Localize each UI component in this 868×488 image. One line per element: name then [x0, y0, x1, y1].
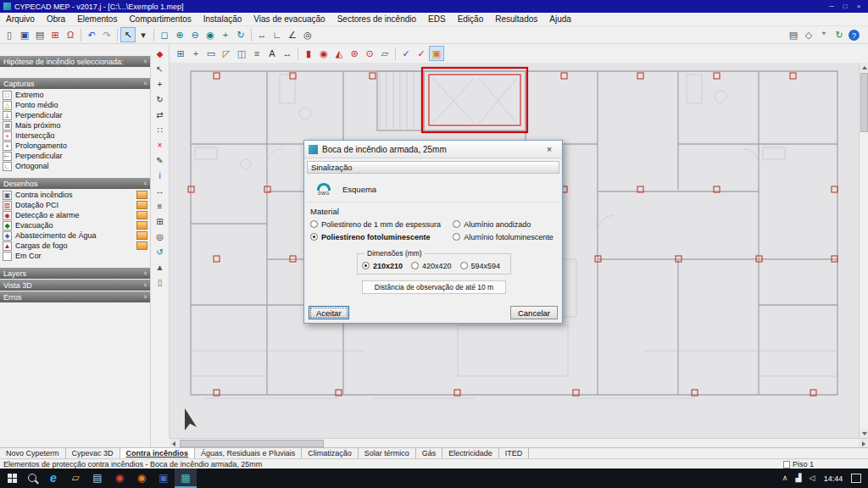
- chrome-icon[interactable]: ◉: [108, 469, 131, 488]
- print-drawing-icon[interactable]: ▤: [786, 27, 801, 42]
- aceitar-button[interactable]: Aceitar: [309, 306, 349, 319]
- drawing-options-icon[interactable]: [136, 201, 147, 209]
- material-option-poliestireno-1mm[interactable]: Poliestireno de 1 mm de espessura: [310, 218, 453, 230]
- help-icon[interactable]: ?: [849, 30, 860, 41]
- pan-icon[interactable]: +: [218, 27, 233, 42]
- capture-extremo[interactable]: □Extremo: [0, 90, 150, 100]
- tab-ited[interactable]: ITED: [499, 448, 530, 458]
- delete-icon[interactable]: ×: [153, 138, 167, 152]
- detector-tool-icon[interactable]: ◉: [316, 46, 331, 61]
- measure-icon[interactable]: ↔: [254, 27, 270, 42]
- menu-elementos[interactable]: Elementos: [71, 14, 123, 25]
- horizontal-scroll-thumb[interactable]: [180, 440, 324, 447]
- configuration-icon[interactable]: *: [816, 27, 832, 42]
- alarm-tool-icon[interactable]: ◭: [331, 46, 347, 61]
- redraw-icon[interactable]: ↻: [233, 27, 248, 42]
- hydrant-tool-icon[interactable]: ⊙: [362, 46, 377, 61]
- hipotese-header[interactable]: Hipótese de incêndio seleccionada: »: [0, 56, 150, 67]
- volume-icon[interactable]: ◁: [805, 469, 819, 488]
- drawing-options-icon[interactable]: [136, 211, 147, 219]
- undo-icon[interactable]: ↶: [84, 27, 99, 42]
- window-titlebar[interactable]: CYPECAD MEP - v2017.j - [C:\...\Exemplo …: [0, 0, 868, 13]
- angle-icon[interactable]: ∠: [285, 27, 300, 42]
- drawing-dotacao-pci[interactable]: ▥Dotação PCI: [0, 200, 150, 210]
- north-arrow-tool-icon[interactable]: ▲: [153, 260, 167, 274]
- tab-aguas-residuais-pluviais[interactable]: Águas, Residuais e Pluviais: [195, 448, 302, 458]
- select-arrow-icon[interactable]: ↖: [120, 27, 136, 42]
- stairs-tool-icon[interactable]: ≡: [249, 46, 264, 61]
- firefox-icon[interactable]: ◉: [131, 469, 153, 488]
- menu-edicao[interactable]: Edição: [452, 14, 490, 25]
- capture-ponto-medio[interactable]: △Ponto médio: [0, 100, 150, 110]
- measure-distance-icon[interactable]: ↔: [153, 184, 167, 197]
- network-icon[interactable]: ▟: [792, 469, 805, 488]
- close-icon[interactable]: ×: [853, 1, 865, 13]
- capture-mais-proximo[interactable]: ⊠Mais próximo: [0, 120, 150, 130]
- esquema-row[interactable]: DWG Esquema: [307, 177, 559, 202]
- capture-perpendicular[interactable]: ⊥Perpendicular: [0, 110, 150, 120]
- extinguisher-tool-icon[interactable]: ▮: [301, 46, 316, 61]
- drawing-abastecimento-agua[interactable]: ◈Abastecimento de Água: [0, 230, 150, 241]
- drawing-evacuacao[interactable]: ◆Evacuação: [0, 220, 150, 230]
- sprinkler-tool-icon[interactable]: ⊛: [347, 46, 362, 61]
- menu-obra[interactable]: Obra: [41, 14, 71, 25]
- layers-icon[interactable]: ≡: [153, 199, 167, 213]
- dwg-icon[interactable]: DWG: [314, 183, 334, 196]
- minimize-icon[interactable]: ─: [826, 1, 837, 13]
- menu-arquivo[interactable]: Arquivo: [0, 14, 41, 25]
- cypecad-mep-icon[interactable]: ▦: [175, 469, 197, 488]
- rotate-icon[interactable]: ↻: [153, 92, 167, 106]
- save-icon[interactable]: ▣: [17, 27, 32, 42]
- drawing-cargas-fogo[interactable]: ▲Cargas de fogo: [0, 241, 150, 251]
- dimension-option-594x594[interactable]: 594x594: [460, 259, 501, 272]
- tab-cypevac-3d[interactable]: Cypevac 3D: [66, 448, 120, 458]
- vista-3d-header[interactable]: Vista 3D »: [0, 280, 150, 291]
- grid-snap-icon[interactable]: ⊞: [153, 214, 167, 228]
- capture-ortogonal[interactable]: ∟Ortogonal: [0, 161, 150, 171]
- signage-tool-icon[interactable]: ▱: [377, 46, 392, 61]
- file-explorer-icon[interactable]: ▱: [64, 469, 86, 488]
- material-option-poliestireno-fotoluminescente[interactable]: Poliestireno fotoluminescente: [310, 230, 453, 243]
- capturas-header[interactable]: Capturas »: [0, 78, 150, 89]
- copy-icon[interactable]: ∷: [153, 123, 167, 136]
- menu-vias-evacuacao[interactable]: Vias de evacuação: [248, 14, 331, 25]
- menu-ajuda[interactable]: Ajuda: [543, 14, 577, 25]
- maximize-icon[interactable]: □: [839, 1, 851, 13]
- layers-header[interactable]: Layers »: [0, 268, 150, 279]
- previous-view-icon[interactable]: ↺: [153, 245, 167, 258]
- ortho-icon[interactable]: ∟: [270, 27, 285, 42]
- zoom-out-icon[interactable]: ⊖: [187, 27, 203, 42]
- check-design-icon[interactable]: ✓: [398, 46, 414, 61]
- drawing-options-icon[interactable]: [136, 221, 147, 230]
- menu-sectores-incendio[interactable]: Sectores de incêndio: [331, 14, 422, 25]
- dimension-tool-icon[interactable]: ↔: [280, 46, 295, 61]
- capture-perpendicular-2[interactable]: ⊢Perpendicular: [0, 151, 150, 161]
- capture-prolongamento[interactable]: +Prolongamento: [0, 141, 150, 151]
- move-icon[interactable]: +: [153, 77, 167, 91]
- drawing-em-cor[interactable]: Em Cor: [0, 251, 150, 261]
- erros-header[interactable]: Erros »: [0, 291, 150, 302]
- menu-eds[interactable]: EDS: [422, 14, 452, 25]
- redo-icon[interactable]: ↷: [99, 27, 114, 42]
- column-grid-icon[interactable]: ⊞: [173, 46, 188, 61]
- scroll-up-icon[interactable]: [860, 63, 868, 72]
- print-icon[interactable]: ▤: [32, 27, 47, 42]
- start-button[interactable]: [0, 469, 24, 488]
- clock[interactable]: 14:44: [819, 474, 848, 483]
- action-center-icon[interactable]: [851, 474, 861, 483]
- element-dropdown-icon[interactable]: ▾: [136, 27, 151, 42]
- mirror-icon[interactable]: ⇄: [153, 108, 167, 121]
- window-tool-icon[interactable]: ◫: [234, 46, 249, 61]
- tab-novo-cypeterm[interactable]: Novo Cypeterm: [0, 448, 66, 458]
- capture-interseccao[interactable]: ×Intersecção: [0, 130, 150, 141]
- scroll-down-icon[interactable]: [860, 429, 868, 438]
- drawing-contra-incendios[interactable]: ▣Contra incêndios: [0, 190, 150, 200]
- vertical-scroll-thumb[interactable]: [860, 73, 868, 132]
- job-data-icon[interactable]: ⊞: [47, 27, 63, 42]
- fire-hypothesis-icon[interactable]: ◆: [153, 47, 167, 60]
- bie-tool-icon[interactable]: ▣: [429, 46, 444, 61]
- tab-climatizacao[interactable]: Climatização: [302, 448, 359, 458]
- menu-compartimentos[interactable]: Compartimentos: [123, 14, 197, 25]
- sheet-icon[interactable]: ▯: [153, 275, 167, 289]
- material-option-aluminio-anodizado[interactable]: Alumínio anodizado: [453, 218, 556, 230]
